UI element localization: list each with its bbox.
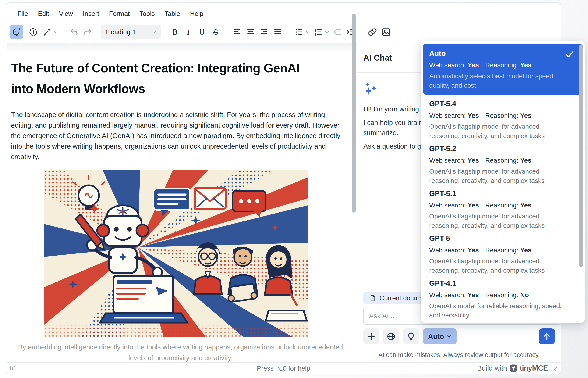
model-menu: AutoWeb search: Yes·Reasoning: YesAutoma… <box>421 41 585 323</box>
model-name: GPT-4.1 <box>429 279 576 288</box>
branding-name: tinyMCE <box>520 364 548 372</box>
link-icon <box>367 27 377 37</box>
ai-disclaimer: AI can make mistakes. Always review outp… <box>357 351 561 359</box>
menu-help[interactable]: Help <box>185 8 209 19</box>
align-right-button[interactable] <box>257 25 271 39</box>
model-name: GPT-5.2 <box>429 145 576 153</box>
model-description: OpenAI's flagship model for advanced rea… <box>429 212 569 230</box>
globe-icon <box>386 332 396 341</box>
model-option-gpt-5.1[interactable]: GPT-5.1Web search: Yes·Reasoning: YesOpe… <box>423 186 582 231</box>
outdent-button[interactable] <box>331 25 344 39</box>
element-path[interactable]: h1 <box>10 365 17 372</box>
menu-tools[interactable]: Tools <box>134 8 159 19</box>
bullet-list-chevron-icon[interactable] <box>304 29 311 35</box>
redo-button[interactable] <box>81 25 94 39</box>
model-description: OpenAI's model for reliable reasoning, s… <box>429 301 569 320</box>
web-search-button[interactable] <box>383 328 399 344</box>
ai-shortcuts-button[interactable] <box>27 25 40 39</box>
chat-actions: Auto <box>363 328 457 344</box>
align-left-icon <box>232 27 242 37</box>
ai-shortcuts-icon <box>28 27 38 37</box>
underline-button[interactable]: U <box>195 25 209 39</box>
menu-insert[interactable]: Insert <box>78 8 104 19</box>
svg-text:3: 3 <box>314 33 316 36</box>
model-meta: Web search: Yes·Reasoning: No <box>429 291 576 299</box>
menu-edit[interactable]: Edit <box>33 8 54 19</box>
model-name: GPT-5.4 <box>429 100 576 108</box>
statusbar: h1 Press ⌥0 for help Build with tinyMCE <box>6 362 561 374</box>
strikethrough-button[interactable]: S <box>209 25 222 39</box>
align-left-button[interactable] <box>230 25 244 39</box>
bold-glyph: B <box>172 28 177 36</box>
model-name: Auto <box>429 49 576 58</box>
block-format-value: Heading 1 <box>106 28 136 36</box>
numbered-list-icon: 123 <box>314 27 323 37</box>
model-name: GPT-5.1 <box>429 189 576 198</box>
model-meta: Web search: Yes·Reasoning: Yes <box>429 246 576 254</box>
bullet-list-button[interactable] <box>292 25 306 39</box>
chevron-down-icon <box>151 29 157 35</box>
image-icon <box>381 27 391 37</box>
italic-glyph: I <box>187 28 190 36</box>
ai-chat-button[interactable] <box>10 25 23 39</box>
model-name: GPT-5 <box>429 234 576 243</box>
link-button[interactable] <box>366 25 379 39</box>
outdent-icon <box>333 27 342 37</box>
ai-tools-chevron-icon[interactable] <box>52 29 59 35</box>
document-scrollbar[interactable] <box>352 14 356 213</box>
document-canvas[interactable]: The Future of Content Creation: Integrat… <box>11 43 352 363</box>
plus-icon <box>367 332 376 341</box>
attach-button[interactable] <box>363 328 379 344</box>
model-option-gpt-4.1[interactable]: GPT-4.1Web search: Yes·Reasoning: NoOpen… <box>423 276 582 321</box>
image-button[interactable] <box>379 25 393 39</box>
numbered-list-chevron-icon[interactable] <box>324 29 330 35</box>
bullet-list-icon <box>294 27 304 37</box>
model-meta: Web search: Yes·Reasoning: Yes <box>429 112 576 119</box>
menu-view[interactable]: View <box>54 8 78 19</box>
arrow-up-icon <box>542 332 552 341</box>
model-select-label: Auto <box>428 332 444 340</box>
document-icon <box>369 294 377 302</box>
model-menu-list: AutoWeb search: Yes·Reasoning: YesAutoma… <box>423 44 582 321</box>
redo-icon <box>83 27 92 37</box>
block-format-select[interactable]: Heading 1 <box>101 25 161 39</box>
menu-file[interactable]: File <box>13 8 33 19</box>
document-paragraph[interactable]: The landscape of digital content creatio… <box>11 109 350 162</box>
numbered-list-button[interactable]: 123 <box>312 25 325 39</box>
sparkles-icon <box>363 82 378 97</box>
model-option-auto[interactable]: AutoWeb search: Yes·Reasoning: YesAutoma… <box>423 44 582 94</box>
model-description: Automatically selects best model for spe… <box>429 71 569 90</box>
align-justify-icon <box>273 27 283 37</box>
model-meta: Web search: Yes·Reasoning: Yes <box>429 157 576 164</box>
align-center-button[interactable] <box>244 25 257 39</box>
model-select-button[interactable]: Auto <box>423 328 457 344</box>
suggestions-button[interactable] <box>403 328 419 344</box>
image-caption[interactable]: By embedding intelligence directly into … <box>15 342 346 363</box>
chevron-down-icon <box>446 333 452 340</box>
italic-button[interactable]: I <box>182 25 195 39</box>
model-menu-scrollbar[interactable] <box>579 44 583 267</box>
ai-chat-title: AI Chat <box>363 53 392 62</box>
document-illustration[interactable] <box>44 170 308 337</box>
bold-button[interactable]: B <box>168 25 182 39</box>
ai-tools-button[interactable] <box>40 25 54 39</box>
model-description: OpenAI's flagship model for advanced rea… <box>429 256 569 275</box>
undo-button[interactable] <box>67 25 81 39</box>
ai-chat-icon <box>12 27 22 37</box>
model-option-gpt-5.2[interactable]: GPT-5.2Web search: Yes·Reasoning: YesOpe… <box>423 141 582 186</box>
menu-table[interactable]: Table <box>160 8 185 19</box>
resize-handle-icon[interactable] <box>551 365 558 371</box>
model-meta: Web search: Yes·Reasoning: Yes <box>429 202 576 209</box>
ask-ai-placeholder: Ask AI... <box>369 312 395 320</box>
branding[interactable]: Build with tinyMCE <box>473 364 558 372</box>
model-option-gpt-5[interactable]: GPT-5Web search: Yes·Reasoning: YesOpenA… <box>423 231 582 276</box>
menubar: FileEditViewInsertFormatToolsTableHelp <box>13 7 208 21</box>
underline-glyph: U <box>199 28 205 36</box>
indent-button[interactable] <box>344 25 358 39</box>
model-option-gpt-5.4[interactable]: GPT-5.4Web search: Yes·Reasoning: YesOpe… <box>423 96 582 141</box>
document-title[interactable]: The Future of Content Creation: Integrat… <box>11 58 324 99</box>
send-button[interactable] <box>539 328 555 344</box>
menu-format[interactable]: Format <box>104 8 135 19</box>
align-justify-button[interactable] <box>271 25 284 39</box>
lightbulb-icon <box>406 332 416 341</box>
